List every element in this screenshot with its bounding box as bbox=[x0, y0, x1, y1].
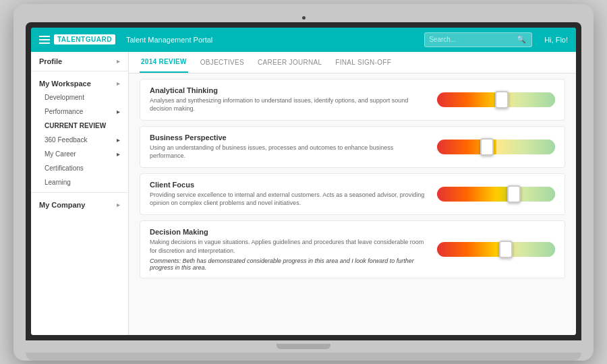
user-greeting[interactable]: Hi, Flo! bbox=[544, 36, 568, 44]
slider-thumb-1[interactable] bbox=[480, 138, 494, 156]
review-item: Analytical Thinking Analyses and synthes… bbox=[140, 79, 565, 121]
rating-slider-3[interactable] bbox=[437, 242, 555, 257]
hamburger-menu-icon[interactable] bbox=[39, 36, 50, 44]
sidebar: Profile ▸ My Workspace ▸ Development Per… bbox=[31, 52, 129, 335]
rating-slider-0[interactable] bbox=[437, 92, 555, 107]
sidebar-divider-1 bbox=[31, 71, 128, 71]
review-item-desc-2: Providing service excellence to internal… bbox=[150, 191, 429, 208]
tab-2014-review[interactable]: 2014 REVIEW bbox=[140, 52, 188, 73]
slider-thumb-0[interactable] bbox=[495, 91, 509, 109]
review-content: Analytical Thinking Analyses and synthes… bbox=[129, 73, 576, 290]
review-item-title-1: Business Perspective bbox=[150, 133, 429, 142]
sidebar-item-360feedback[interactable]: 360 Feedback ▸ bbox=[31, 133, 128, 147]
sidebar-item-performance[interactable]: Performance ▸ bbox=[31, 104, 128, 119]
sidebar-divider-2 bbox=[31, 192, 128, 193]
slider-track-0 bbox=[437, 92, 555, 107]
review-item-text-3: Decision Making Making decisions in vagu… bbox=[150, 228, 429, 271]
tab-career-journal[interactable]: CAREER JOURNAL bbox=[256, 52, 323, 73]
review-item-text-0: Analytical Thinking Analyses and synthes… bbox=[150, 86, 429, 113]
slider-track-2 bbox=[437, 187, 555, 202]
logo-badge: TALENTGUARD bbox=[54, 34, 115, 44]
tab-final-signoff[interactable]: FINAL SIGN-OFF bbox=[334, 52, 393, 73]
workspace-arrow-icon: ▸ bbox=[117, 80, 120, 87]
top-navigation: TALENTGUARD Talent Management Portal 🔍 H… bbox=[31, 28, 576, 52]
review-item: Decision Making Making decisions in vagu… bbox=[140, 220, 565, 278]
sidebar-item-current-review[interactable]: CURRENT REVIEW bbox=[31, 119, 128, 133]
review-item: Business Perspective Using an understand… bbox=[140, 126, 565, 168]
search-icon[interactable]: 🔍 bbox=[517, 35, 526, 44]
search-bar[interactable]: 🔍 bbox=[424, 32, 532, 47]
career-arrow-icon: ▸ bbox=[117, 150, 120, 158]
feedback-arrow-icon: ▸ bbox=[117, 136, 120, 144]
review-item-text-1: Business Perspective Using an understand… bbox=[150, 133, 429, 160]
review-item-comments-3: Comments: Beth has demonstrated consider… bbox=[150, 257, 429, 271]
sidebar-profile-header[interactable]: Profile ▸ bbox=[31, 52, 128, 68]
sidebar-item-my-career[interactable]: My Career ▸ bbox=[31, 147, 128, 161]
slider-thumb-2[interactable] bbox=[507, 185, 521, 203]
profile-arrow-icon: ▸ bbox=[117, 58, 120, 65]
logo-area: TALENTGUARD bbox=[39, 34, 115, 44]
portal-title: Talent Management Portal bbox=[126, 36, 417, 44]
slider-overlay-2 bbox=[520, 187, 556, 202]
slider-track-3 bbox=[437, 242, 555, 257]
review-item-title-2: Client Focus bbox=[150, 181, 429, 189]
laptop-bottom bbox=[26, 353, 581, 361]
tab-objectives[interactable]: OBJECTIVES bbox=[199, 52, 245, 73]
slider-overlay-1 bbox=[496, 140, 556, 154]
slider-overlay-0 bbox=[508, 92, 555, 107]
rating-slider-1[interactable] bbox=[437, 140, 555, 154]
review-item-desc-3: Making decisions in vague situations. Ap… bbox=[150, 238, 429, 255]
sidebar-company-header[interactable]: My Company ▸ bbox=[31, 195, 128, 212]
slider-track-1 bbox=[437, 140, 555, 154]
review-item-desc-0: Analyses and synthesizing information to… bbox=[150, 96, 429, 113]
sidebar-item-learning[interactable]: Learning bbox=[31, 175, 128, 189]
review-item-title-3: Decision Making bbox=[150, 228, 429, 236]
review-item: Client Focus Providing service excellenc… bbox=[140, 173, 565, 215]
tab-bar: 2014 REVIEW OBJECTIVES CAREER JOURNAL FI… bbox=[129, 52, 576, 73]
performance-arrow-icon: ▸ bbox=[117, 108, 120, 115]
rating-slider-2[interactable] bbox=[437, 187, 555, 202]
slider-overlay-3 bbox=[511, 242, 555, 257]
sidebar-item-certifications[interactable]: Certifications bbox=[31, 161, 128, 175]
laptop-notch bbox=[277, 344, 330, 349]
review-item-title-0: Analytical Thinking bbox=[150, 86, 429, 94]
review-item-desc-1: Using an understanding of business issue… bbox=[150, 144, 429, 160]
sidebar-item-development[interactable]: Development bbox=[31, 90, 128, 104]
slider-thumb-3[interactable] bbox=[499, 241, 513, 258]
main-layout: Profile ▸ My Workspace ▸ Development Per… bbox=[31, 52, 576, 335]
sidebar-workspace-header[interactable]: My Workspace ▸ bbox=[31, 74, 128, 90]
content-area: 2014 REVIEW OBJECTIVES CAREER JOURNAL FI… bbox=[129, 52, 576, 335]
company-arrow-icon: ▸ bbox=[117, 202, 120, 208]
review-item-text-2: Client Focus Providing service excellenc… bbox=[150, 181, 429, 208]
search-input[interactable] bbox=[429, 36, 517, 43]
